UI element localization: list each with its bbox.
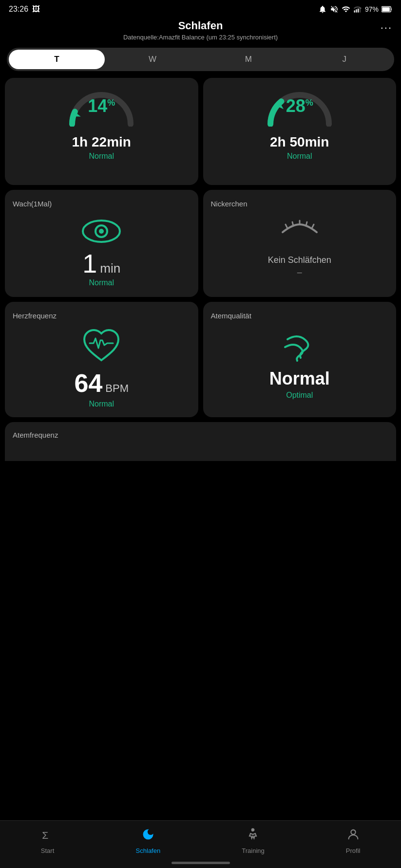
breath-status: Optimal <box>286 391 313 400</box>
nav-training-label: Training <box>242 847 264 854</box>
profil-icon <box>346 828 360 845</box>
gauge-1-value: 14% <box>88 96 115 116</box>
alarm-icon <box>318 5 327 14</box>
nav-start[interactable]: Σ Start <box>41 828 55 854</box>
heart-value: 64 <box>74 369 102 398</box>
svg-rect-1 <box>356 9 357 13</box>
more-options-button[interactable]: ··· <box>381 21 392 34</box>
nap-dash: – <box>297 267 302 277</box>
data-source-subtitle: Datenquelle:Amazfit Balance (um 23:25 sy… <box>19 34 382 41</box>
svg-point-17 <box>252 829 254 831</box>
svg-line-11 <box>286 224 287 228</box>
heart-rate-card: Herzfrequenz 64 BPM Normal <box>5 302 198 417</box>
nav-profil[interactable]: Profil <box>346 828 361 854</box>
wake-unit: min <box>100 261 120 276</box>
nav-schlafen-label: Schlafen <box>136 847 161 854</box>
gauge-2: 28% <box>266 88 334 127</box>
heart-icon <box>82 329 121 366</box>
schlafen-icon <box>141 828 155 845</box>
mute-icon <box>330 5 339 14</box>
gauge-1: 14% <box>67 88 135 127</box>
nav-schlafen[interactable]: Schlafen <box>136 828 161 854</box>
svg-rect-3 <box>360 8 361 13</box>
card1-status: Normal <box>89 152 114 161</box>
nap-text: Kein Schläfchen <box>268 255 331 265</box>
sleep-stage-card-1: 14% 1h 22min Normal <box>5 78 198 185</box>
home-indicator <box>172 862 230 864</box>
gallery-icon: 🖼 <box>32 5 40 14</box>
wake-value: 1 <box>82 250 97 277</box>
tab-T[interactable]: T <box>9 50 105 69</box>
svg-line-15 <box>312 224 314 228</box>
nav-start-label: Start <box>41 847 54 854</box>
page-header: Schlafen Datenquelle:Amazfit Balance (um… <box>0 17 401 48</box>
battery-icon <box>382 6 392 13</box>
wake-label: Wach(1Mal) <box>13 200 52 208</box>
breath-card: Atemqualität Normal Optimal <box>203 302 397 417</box>
breath-value: Normal <box>269 369 330 389</box>
card2-status: Normal <box>287 152 312 161</box>
svg-line-12 <box>292 222 293 226</box>
page-title: Schlafen <box>19 19 382 32</box>
nap-card: Nickerchen Kein Schläfchen – <box>203 190 397 297</box>
wake-card: Wach(1Mal) 1 min Normal <box>5 190 198 297</box>
training-icon <box>246 828 260 845</box>
tab-J[interactable]: J <box>296 50 392 69</box>
svg-rect-0 <box>354 10 355 13</box>
gauge-2-value: 28% <box>286 96 313 116</box>
time-display: 23:26 <box>9 5 28 14</box>
svg-rect-2 <box>358 9 359 13</box>
status-bar: 23:26 🖼 97% <box>0 0 401 17</box>
sleep-stage-card-2: 28% 2h 50min Normal <box>203 78 397 185</box>
svg-rect-5 <box>382 7 390 11</box>
atemfrequenz-label: Atemfrequenz <box>13 431 388 439</box>
tab-M[interactable]: M <box>201 50 297 69</box>
heart-status: Normal <box>89 400 114 408</box>
status-right: 97% <box>318 5 392 14</box>
bpm-unit: BPM <box>105 382 129 395</box>
card1-time: 1h 22min <box>72 134 131 150</box>
nap-label: Nickerchen <box>211 200 248 208</box>
bottom-navigation: Σ Start Schlafen Training <box>0 820 401 868</box>
period-tabs: T W M J <box>7 48 394 71</box>
svg-text:Σ: Σ <box>42 830 48 841</box>
nav-training[interactable]: Training <box>242 828 264 854</box>
battery-display: 97% <box>365 5 379 13</box>
stats-grid: 14% 1h 22min Normal 28% 2h 50min Normal … <box>0 78 401 417</box>
heart-label: Herzfrequenz <box>13 312 57 320</box>
svg-line-14 <box>306 222 307 226</box>
eye-icon <box>79 218 123 246</box>
svg-point-18 <box>351 830 355 834</box>
signal-icon <box>353 5 362 14</box>
wake-status: Normal <box>89 278 114 287</box>
start-icon: Σ <box>41 828 55 845</box>
closed-eye-icon <box>278 218 322 246</box>
breath-icon <box>280 329 319 366</box>
atemfrequenz-partial-card: Atemfrequenz <box>5 422 396 461</box>
breath-label: Atemqualität <box>211 312 251 320</box>
nav-profil-label: Profil <box>346 847 361 854</box>
svg-point-10 <box>99 229 104 234</box>
wifi-icon <box>342 5 350 14</box>
tab-W[interactable]: W <box>105 50 201 69</box>
card2-time: 2h 50min <box>270 134 329 150</box>
status-left: 23:26 🖼 <box>9 5 40 14</box>
